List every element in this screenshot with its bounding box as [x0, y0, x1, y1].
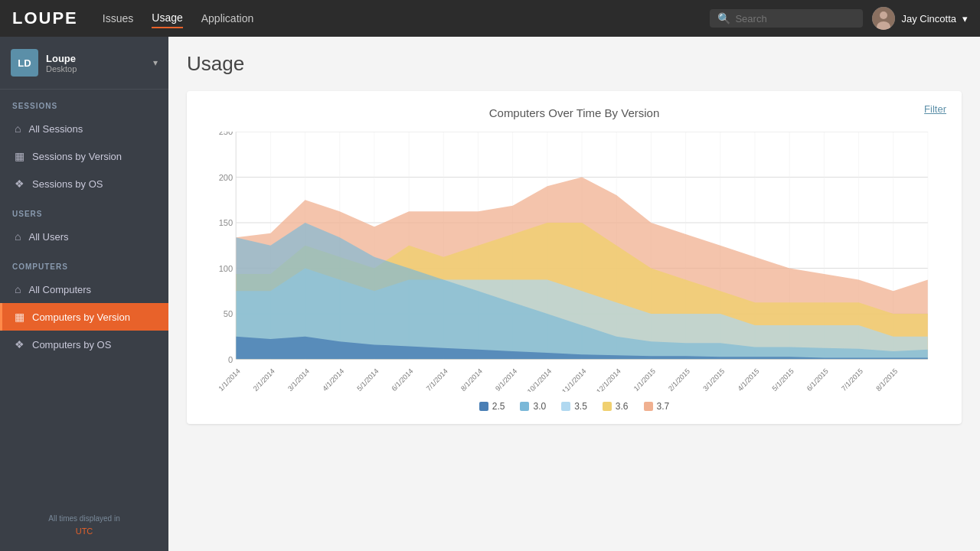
layout: LD Loupe Desktop ▾ SESSIONS ⌂ All Sessio…: [0, 37, 980, 551]
legend-label-2-5: 2.5: [492, 401, 505, 412]
sidebar-item-label: All Computers: [28, 284, 91, 295]
svg-text:8/1/2015: 8/1/2015: [874, 367, 899, 392]
search-input[interactable]: [735, 13, 855, 24]
nav-usage[interactable]: Usage: [152, 8, 182, 28]
user-area[interactable]: Jay Cincotta ▾: [872, 7, 968, 30]
svg-text:3/1/2014: 3/1/2014: [286, 367, 311, 392]
home-icon-users: ⌂: [15, 230, 21, 243]
svg-text:12/1/2014: 12/1/2014: [595, 367, 622, 392]
sidebar-item-computers-by-version[interactable]: ▦ Computers by Version: [0, 303, 168, 331]
svg-text:1/1/2014: 1/1/2014: [217, 367, 242, 392]
search-icon: 🔍: [717, 12, 730, 24]
legend-item-3-7: 3.7: [644, 401, 670, 412]
legend-item-3-5: 3.5: [561, 401, 587, 412]
sidebar-item-sessions-by-os[interactable]: ❖ Sessions by OS: [0, 170, 168, 197]
svg-text:8/1/2014: 8/1/2014: [459, 367, 484, 392]
legend-swatch-3-5: [561, 402, 570, 411]
app-dropdown-arrow: ▾: [153, 57, 158, 68]
svg-text:0: 0: [228, 354, 233, 364]
grid-icon-version: ▦: [15, 311, 24, 323]
home-icon-computers: ⌂: [15, 283, 21, 295]
sidebar-item-label: Computers by Version: [32, 311, 130, 323]
legend-swatch-3-6: [603, 402, 612, 411]
chart-legend: 2.5 3.0 3.5 3.6 3.7: [205, 401, 943, 412]
sidebar: LD Loupe Desktop ▾ SESSIONS ⌂ All Sessio…: [0, 37, 168, 551]
main-content: Usage Filter Computers Over Time By Vers…: [168, 37, 980, 551]
svg-text:3/1/2015: 3/1/2015: [701, 367, 726, 392]
user-dropdown-arrow: ▾: [962, 13, 968, 24]
sidebar-item-all-computers[interactable]: ⌂ All Computers: [0, 276, 168, 303]
section-sessions: SESSIONS: [0, 90, 168, 115]
topnav-right: 🔍 Jay Cincotta ▾: [710, 7, 968, 30]
legend-label-3-6: 3.6: [616, 401, 629, 412]
app-sub: Desktop: [46, 64, 145, 73]
svg-text:7/1/2015: 7/1/2015: [840, 367, 864, 392]
svg-text:150: 150: [219, 218, 233, 227]
app-switcher[interactable]: LD Loupe Desktop ▾: [0, 37, 168, 90]
footer-line1: All times displayed in: [12, 513, 156, 525]
legend-label-3-7: 3.7: [657, 401, 670, 412]
nav-issues[interactable]: Issues: [103, 9, 133, 28]
svg-text:4/1/2015: 4/1/2015: [737, 367, 761, 392]
svg-text:9/1/2014: 9/1/2014: [494, 367, 518, 392]
page-title: Usage: [187, 52, 962, 76]
legend-swatch-2-5: [479, 402, 488, 411]
svg-text:5/1/2014: 5/1/2014: [356, 367, 381, 392]
svg-text:11/1/2014: 11/1/2014: [560, 367, 587, 392]
sidebar-item-sessions-by-version[interactable]: ▦ Sessions by Version: [0, 142, 168, 170]
sidebar-item-label: All Users: [28, 231, 68, 243]
app-info: Loupe Desktop: [46, 53, 145, 73]
section-computers: COMPUTERS: [0, 250, 168, 276]
avatar: [872, 7, 895, 30]
svg-text:7/1/2014: 7/1/2014: [425, 367, 449, 392]
legend-swatch-3-7: [644, 402, 653, 411]
legend-swatch-3-0: [520, 402, 529, 411]
svg-text:10/1/2014: 10/1/2014: [526, 367, 553, 392]
search-box[interactable]: 🔍: [710, 9, 863, 28]
svg-text:2/1/2014: 2/1/2014: [252, 367, 276, 392]
legend-label-3-0: 3.0: [533, 401, 546, 412]
grid-icon: ▦: [15, 150, 24, 162]
sidebar-item-label: Sessions by Version: [32, 151, 122, 162]
svg-text:200: 200: [219, 172, 233, 181]
area-chart: 0 50 100 150 200 250: [205, 132, 943, 392]
sidebar-item-all-users[interactable]: ⌂ All Users: [0, 223, 168, 250]
legend-item-3-6: 3.6: [603, 401, 629, 412]
svg-text:100: 100: [219, 263, 233, 272]
os-icon: ❖: [15, 178, 24, 190]
section-users: USERS: [0, 197, 168, 223]
svg-text:6/1/2014: 6/1/2014: [390, 367, 415, 392]
chart-card: Filter Computers Over Time By Version: [187, 91, 962, 424]
svg-text:50: 50: [224, 309, 233, 318]
filter-link[interactable]: Filter: [924, 103, 946, 115]
legend-item-2-5: 2.5: [479, 401, 505, 412]
home-icon: ⌂: [15, 122, 21, 135]
sidebar-item-label: All Sessions: [28, 123, 83, 135]
logo[interactable]: LOUPE: [12, 8, 78, 28]
svg-text:6/1/2015: 6/1/2015: [805, 367, 830, 392]
sidebar-item-label: Sessions by OS: [32, 178, 103, 190]
app-avatar: LD: [11, 49, 38, 77]
top-navigation: LOUPE Issues Usage Application 🔍 Jay Cin…: [0, 0, 980, 37]
legend-item-3-0: 3.0: [520, 401, 546, 412]
sidebar-item-label: Computers by OS: [32, 339, 111, 350]
sidebar-item-computers-by-os[interactable]: ❖ Computers by OS: [0, 331, 168, 358]
svg-text:5/1/2015: 5/1/2015: [771, 367, 795, 392]
nav-application[interactable]: Application: [201, 9, 254, 28]
svg-text:1/1/2015: 1/1/2015: [632, 367, 657, 392]
footer-utc: UTC: [12, 525, 156, 539]
svg-text:4/1/2014: 4/1/2014: [321, 367, 345, 392]
logo-text: LOUPE: [12, 8, 78, 28]
user-name: Jay Cincotta: [901, 13, 956, 24]
chart-wrapper: 0 50 100 150 200 250: [205, 132, 943, 392]
sidebar-item-all-sessions[interactable]: ⌂ All Sessions: [0, 115, 168, 142]
svg-point-1: [880, 11, 887, 19]
app-name: Loupe: [46, 53, 145, 64]
svg-text:250: 250: [219, 132, 233, 136]
svg-text:2/1/2015: 2/1/2015: [667, 367, 691, 392]
os-icon-computers: ❖: [15, 338, 24, 350]
chart-title: Computers Over Time By Version: [205, 106, 943, 119]
legend-label-3-5: 3.5: [574, 401, 587, 412]
sidebar-footer: All times displayed in UTC: [0, 500, 168, 551]
